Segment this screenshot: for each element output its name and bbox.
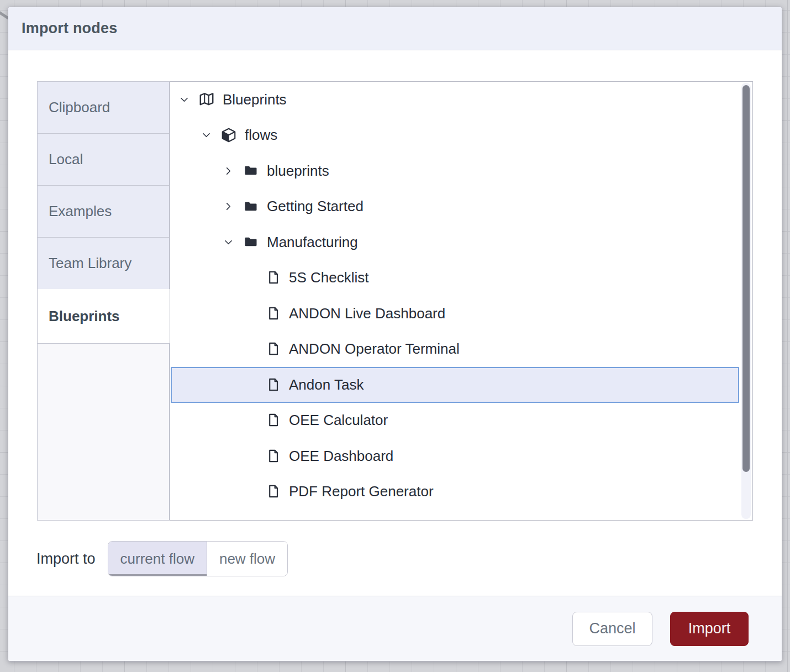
dialog-header: Import nodes bbox=[8, 7, 782, 50]
tree-item-label: Performance Operator Terminal bbox=[289, 519, 490, 519]
tree-item-label: blueprints bbox=[267, 162, 329, 180]
tree-item-andon-operator-terminal[interactable]: ANDON Operator Terminal bbox=[171, 332, 739, 368]
tree-item-label: OEE Calculator bbox=[289, 412, 388, 429]
tab-column-filler bbox=[37, 343, 170, 521]
tree-item-manufacturing[interactable]: Manufacturing bbox=[171, 224, 739, 260]
chevron-down-icon[interactable] bbox=[223, 237, 234, 248]
folder-icon bbox=[243, 234, 259, 250]
tree-item-oee-calculator[interactable]: OEE Calculator bbox=[171, 403, 739, 439]
tree-item-label: Blueprints bbox=[223, 91, 287, 108]
library-tree-panel: BlueprintsflowsblueprintsGetting Started… bbox=[170, 81, 753, 521]
tree-item-getting-started[interactable]: Getting Started bbox=[171, 189, 739, 225]
tree-item-label: 5S Checklist bbox=[289, 269, 369, 286]
import-button[interactable]: Import bbox=[670, 612, 749, 646]
tree-item-andon-live-dashboard[interactable]: ANDON Live Dashboard bbox=[171, 296, 739, 332]
import-to-segmented-control: current flownew flow bbox=[108, 541, 288, 576]
file-icon bbox=[265, 306, 281, 322]
tab-examples[interactable]: Examples bbox=[37, 185, 170, 238]
tree-item-label: Andon Task bbox=[289, 376, 364, 393]
tree-item-5s-checklist[interactable]: 5S Checklist bbox=[171, 260, 739, 296]
import-to-new-flow-button[interactable]: new flow bbox=[207, 542, 287, 576]
chevron-down-icon[interactable] bbox=[201, 130, 212, 140]
chevron-down-icon[interactable] bbox=[178, 95, 189, 105]
import-to-label: Import to bbox=[36, 550, 96, 568]
library-source-tabs: ClipboardLocalExamplesTeam LibraryBluepr… bbox=[37, 81, 170, 521]
tree-item-blueprints[interactable]: Blueprints bbox=[171, 82, 739, 118]
chevron-right-icon[interactable] bbox=[223, 201, 234, 212]
import-to-row: Import to current flownew flow bbox=[36, 541, 288, 576]
file-icon bbox=[265, 448, 281, 464]
tree-item-flows[interactable]: flows bbox=[171, 118, 739, 154]
library-browser: ClipboardLocalExamplesTeam LibraryBluepr… bbox=[37, 81, 753, 521]
tree-item-performance-operator-terminal[interactable]: Performance Operator Terminal bbox=[171, 510, 739, 519]
tree-item-pdf-report-generator[interactable]: PDF Report Generator bbox=[171, 474, 739, 510]
file-icon bbox=[265, 341, 281, 357]
import-nodes-dialog: Import nodes ClipboardLocalExamplesTeam … bbox=[8, 7, 782, 662]
tab-team-library[interactable]: Team Library bbox=[37, 237, 170, 290]
cancel-button[interactable]: Cancel bbox=[572, 612, 652, 646]
library-tree: BlueprintsflowsblueprintsGetting Started… bbox=[171, 82, 739, 519]
tree-item-label: ANDON Live Dashboard bbox=[289, 305, 445, 322]
file-icon bbox=[265, 412, 281, 428]
folder-icon bbox=[243, 199, 259, 214]
tab-clipboard[interactable]: Clipboard bbox=[37, 81, 170, 134]
cube-icon bbox=[220, 127, 237, 144]
tree-scrollbar-track[interactable] bbox=[741, 83, 751, 519]
tree-item-label: Manufacturing bbox=[267, 234, 358, 251]
tab-blueprints[interactable]: Blueprints bbox=[37, 289, 170, 344]
dialog-title: Import nodes bbox=[22, 20, 117, 37]
map-icon bbox=[198, 91, 215, 108]
chevron-right-icon[interactable] bbox=[223, 166, 234, 176]
tree-item-label: Getting Started bbox=[267, 198, 364, 215]
tree-scrollbar-thumb[interactable] bbox=[742, 85, 750, 472]
dialog-footer: Cancel Import bbox=[8, 596, 782, 661]
tree-item-andon-task[interactable]: Andon Task bbox=[171, 367, 739, 403]
file-icon bbox=[265, 270, 281, 286]
tree-item-blueprints[interactable]: blueprints bbox=[171, 153, 739, 189]
tree-item-oee-dashboard[interactable]: OEE Dashboard bbox=[171, 438, 739, 474]
tree-item-label: flows bbox=[245, 127, 277, 144]
file-icon bbox=[265, 377, 281, 393]
folder-icon bbox=[243, 163, 259, 179]
tree-item-label: OEE Dashboard bbox=[289, 448, 393, 465]
file-icon bbox=[265, 484, 281, 500]
tree-item-label: ANDON Operator Terminal bbox=[289, 340, 460, 358]
flow-editor-canvas: Import nodes ClipboardLocalExamplesTeam … bbox=[0, 0, 790, 672]
import-to-current-flow-button[interactable]: current flow bbox=[108, 542, 207, 576]
tab-local[interactable]: Local bbox=[37, 133, 170, 186]
tree-item-label: PDF Report Generator bbox=[289, 483, 434, 500]
